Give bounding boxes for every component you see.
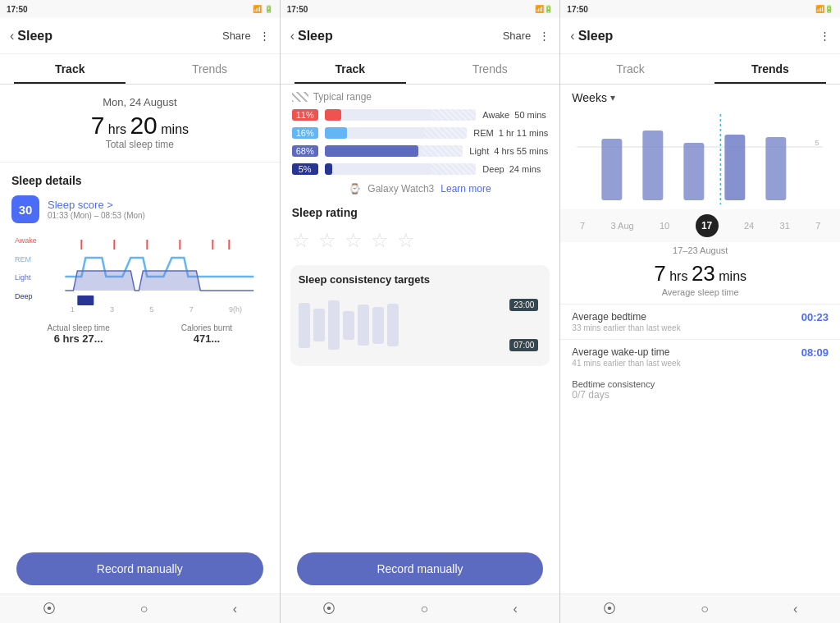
record-manually-btn-1[interactable]: Record manually [16, 552, 263, 585]
more-btn-2[interactable]: ⋮ [539, 30, 550, 42]
tab-track-1[interactable]: Track [0, 54, 139, 84]
more-btn-3[interactable]: ⋮ [819, 30, 830, 42]
rem-pct: 16% [292, 127, 318, 139]
share-btn-1[interactable]: Share [222, 30, 251, 42]
deep-time: Deep 24 mins [482, 164, 548, 174]
date-7[interactable]: 7 [580, 221, 585, 231]
status-bar-2: 17:50 📶🔋 [281, 0, 560, 18]
chart-y-labels: Awake REM Light Deep [15, 231, 44, 305]
nav-home-icon-3[interactable]: ○ [701, 602, 709, 616]
sleep-chart-area: Awake REM Light Deep [0, 228, 280, 318]
sleep-bar-1 [299, 303, 310, 348]
awake-time: Awake 50 mins [482, 110, 548, 120]
nav-home-icon-2[interactable]: ○ [421, 602, 429, 616]
more-btn-1[interactable]: ⋮ [259, 30, 270, 42]
date-17-active[interactable]: 17 [696, 214, 719, 237]
star-4[interactable]: ☆ [371, 229, 389, 252]
svg-rect-13 [725, 135, 746, 200]
light-time: Light 4 hrs 55 mins [469, 146, 548, 156]
date-24[interactable]: 24 [744, 221, 754, 231]
star-5[interactable]: ☆ [397, 229, 415, 252]
tab-trends-1[interactable]: Trends [139, 54, 279, 84]
calories-label: Calories burnt [181, 323, 232, 332]
back-arrow-1[interactable]: ‹ [10, 29, 14, 44]
panel-1: 17:50 📶 🔋 ‹ Sleep Share ⋮ Track Trends M… [0, 0, 281, 623]
back-arrow-3[interactable]: ‹ [570, 29, 574, 44]
record-manually-btn-2[interactable]: Record manually [297, 552, 544, 585]
nav-back-icon-2[interactable]: ‹ [513, 602, 517, 616]
page-title-3: Sleep [578, 29, 614, 44]
stage-row-light: 68% Light 4 hrs 55 mins [281, 142, 560, 160]
tab-trends-2[interactable]: Trends [420, 54, 559, 84]
nav-bar-3: ⦿ ○ ‹ [560, 593, 840, 623]
date-7b[interactable]: 7 [815, 221, 820, 231]
score-info: Sleep score > 01:33 (Mon) – 08:53 (Mon) [48, 199, 145, 220]
time-tag-07: 07:00 [509, 339, 538, 351]
nav-back-icon-3[interactable]: ‹ [793, 602, 797, 616]
status-icons-3: 📶🔋 [815, 5, 833, 13]
panel-content-3: Weeks ▾ 5 7 3 Aug 10 17 [560, 85, 840, 593]
date-31[interactable]: 31 [780, 221, 790, 231]
calories-value: 471... [181, 332, 232, 345]
rem-fill [325, 127, 348, 139]
source-row: ⌚ Galaxy Watch3 Learn more [281, 178, 560, 199]
star-2[interactable]: ☆ [318, 229, 336, 252]
source-label: Galaxy Watch3 [368, 183, 434, 195]
y-label-light: Light [15, 273, 44, 282]
date-3aug[interactable]: 3 Aug [611, 221, 634, 231]
status-bar-3: 17:50 📶🔋 [560, 0, 840, 18]
back-nav-2[interactable]: ‹ Sleep [290, 29, 333, 44]
learn-more-link[interactable]: Learn more [441, 183, 491, 195]
sleep-chart-svg [48, 231, 272, 305]
back-nav-1[interactable]: ‹ Sleep [10, 29, 52, 44]
stage-row-rem: 16% REM 1 hr 11 mins [281, 124, 560, 142]
tab-trends-3[interactable]: Trends [701, 54, 840, 84]
deep-fill [325, 163, 332, 175]
header-actions-3: ⋮ [819, 30, 830, 42]
stage-row-awake: 11% Awake 50 mins [281, 106, 560, 124]
back-arrow-2[interactable]: ‹ [290, 29, 294, 44]
stats-row: Actual sleep time 6 hrs 27... Calories b… [0, 318, 280, 350]
actual-sleep-label: Actual sleep time [48, 323, 110, 332]
panel-content-2: Typical range 11% Awake 50 mins 16% REM … [281, 85, 560, 593]
nav-home-icon-1[interactable]: ○ [140, 602, 148, 616]
share-btn-2[interactable]: Share [503, 30, 532, 42]
app-header-3: ‹ Sleep ⋮ [560, 18, 840, 54]
stars-row[interactable]: ☆ ☆ ☆ ☆ ☆ [292, 226, 549, 255]
status-icons-2: 📶🔋 [535, 5, 553, 13]
star-1[interactable]: ☆ [292, 229, 310, 252]
avg-bedtime-row: 00:23 Average bedtime 33 mins earlier th… [560, 304, 840, 339]
tab-track-2[interactable]: Track [281, 54, 420, 84]
rating-title: Sleep rating [292, 206, 549, 219]
panel-3: 17:50 📶🔋 ‹ Sleep ⋮ Track Trends Weeks ▾ [560, 0, 840, 623]
score-badge: 30 [11, 195, 39, 223]
nav-menu-icon-3[interactable]: ⦿ [603, 602, 616, 616]
y-label-awake: Awake [15, 236, 44, 245]
sleep-bar-3 [328, 300, 340, 350]
date-10[interactable]: 10 [660, 221, 669, 231]
nav-back-icon-1[interactable]: ‹ [233, 602, 237, 616]
typical-range-label: Typical range [281, 85, 560, 106]
sleep-total-label: Total sleep time [0, 139, 280, 158]
time-3: 17:50 [567, 5, 588, 14]
svg-rect-12 [684, 143, 705, 200]
svg-rect-11 [643, 131, 664, 200]
panel-content-1: Mon, 24 August 7 hrs 20 mins Total sleep… [0, 85, 280, 593]
bedtime-consistency-value: 0/7 days [572, 389, 609, 401]
nav-menu-icon-2[interactable]: ⦿ [322, 602, 336, 616]
watch-icon: ⌚ [349, 183, 361, 195]
avg-wake-row: 08:09 Average wake-up time 41 mins earli… [560, 339, 840, 374]
svg-rect-6 [77, 295, 94, 305]
score-label[interactable]: Sleep score > [48, 199, 145, 211]
sleep-bar-4 [343, 311, 354, 340]
tab-track-3[interactable]: Track [560, 54, 700, 84]
awake-bar [325, 109, 477, 121]
nav-menu-icon-1[interactable]: ⦿ [43, 602, 56, 616]
weeks-dropdown[interactable]: Weeks ▾ [572, 91, 829, 104]
sleep-bar-2 [313, 309, 325, 341]
star-3[interactable]: ☆ [345, 229, 363, 252]
hatch-icon [292, 92, 308, 102]
rating-section: Sleep rating ☆ ☆ ☆ ☆ ☆ [281, 199, 560, 259]
y-label-deep: Deep [15, 292, 44, 300]
back-nav-3[interactable]: ‹ Sleep [570, 29, 613, 44]
